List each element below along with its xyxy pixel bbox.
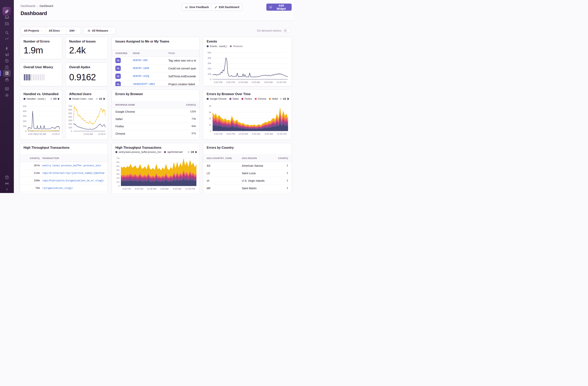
table-link[interactable]: /api/0/projects/{organization_id_or_slug… xyxy=(42,179,104,182)
table-row: 114m/api/0/internal/rpc/{service_name}/{… xyxy=(20,169,108,177)
legend-item[interactable]: /api/0/internal/r xyxy=(164,151,183,154)
pager-prev-icon[interactable] xyxy=(96,98,97,100)
collapse-sidebar-icon[interactable] xyxy=(5,187,9,192)
search-icon[interactable] xyxy=(5,31,9,35)
sentry-logo-icon[interactable] xyxy=(2,7,11,16)
column-header[interactable]: BROWSER.NAME xyxy=(115,104,178,106)
legend-item[interactable]: Mobile S xyxy=(269,97,278,100)
widget-handled-vs-unhandled[interactable]: Handled vs. Unhandled Handled : count( )… xyxy=(20,89,62,140)
widget-errors-by-browser[interactable]: Errors by Browser BROWSER.NAMECOUNT()Goo… xyxy=(112,89,200,140)
column-header[interactable]: ASSIGNEE xyxy=(115,52,130,54)
widget-overall-user-misery[interactable]: Overall User Misery xyxy=(20,63,62,86)
svg-text:400: 400 xyxy=(68,116,72,118)
legend-pager: 1/3 xyxy=(50,97,60,100)
legend-item[interactable]: Releases xyxy=(230,45,243,48)
widget-title: High Throughput Transactions xyxy=(115,146,197,150)
table-link[interactable]: SENTRY-32ZQ xyxy=(133,75,166,78)
legend-item[interactable]: sentry.tasks.process_buffer.process_incr xyxy=(115,151,161,154)
widget-high-throughput-transactions-table[interactable]: High Throughput Transactions COUNT()TRAN… xyxy=(20,143,108,193)
widget-high-throughput-transactions-chart[interactable]: High Throughput Transactions sentry.task… xyxy=(112,143,200,193)
replays-icon[interactable] xyxy=(5,59,9,63)
svg-text:8:00 AM: 8:00 AM xyxy=(264,81,273,83)
megaphone-icon xyxy=(185,6,188,9)
svg-text:1k: 1k xyxy=(209,124,211,126)
widget-number-of-errors[interactable]: Number of Errors 1.9m xyxy=(20,37,62,59)
table-link[interactable]: JAVASCRIPT-1BG2 xyxy=(133,83,166,86)
table-link[interactable]: /api/0/internal/rpc/{service_name}/{meth… xyxy=(42,172,104,175)
breadcrumb-dashboards-link[interactable]: Dashboards xyxy=(21,4,36,7)
table-link[interactable]: SENTRY-VD5 xyxy=(133,59,166,62)
megaphone-icon[interactable] xyxy=(5,52,9,57)
table-row: Mobile Safari33k xyxy=(112,137,200,140)
whats-new-icon[interactable] xyxy=(5,181,9,186)
widget-title: Errors by Country xyxy=(207,146,289,150)
widget-events[interactable]: Events Events : count( )Releases 010k20k… xyxy=(203,37,292,86)
project-filter[interactable]: All Projects xyxy=(21,27,45,34)
time-range-filter[interactable]: 24H xyxy=(66,27,81,34)
cell-text: Firefox xyxy=(115,125,178,128)
breadcrumb-chevron: › xyxy=(37,4,38,7)
legend-item[interactable]: Chrome xyxy=(255,97,266,100)
column-header[interactable]: ISSUE xyxy=(133,52,166,54)
release-filter[interactable]: All Releases xyxy=(84,27,115,34)
table-link[interactable]: /{organization_slug}/ xyxy=(42,187,104,190)
column-header[interactable]: GEO.COUNTRY_CODE xyxy=(207,157,239,159)
svg-text:6m: 6m xyxy=(116,161,120,163)
performance-icon[interactable] xyxy=(5,37,9,41)
column-header[interactable]: COUNT() xyxy=(180,104,196,106)
svg-text:700: 700 xyxy=(68,105,72,107)
chevron-down-icon xyxy=(110,30,111,32)
pager-prev-icon[interactable] xyxy=(188,151,189,153)
svg-text:12:00 AM: 12:00 AM xyxy=(238,133,248,135)
assignee-badge: TE xyxy=(115,66,121,71)
environment-filter[interactable]: All Envs xyxy=(45,27,66,34)
help-icon[interactable] xyxy=(5,175,9,180)
legend-dot xyxy=(255,98,257,100)
table-row xyxy=(203,192,292,193)
give-feedback-button[interactable]: Give Feedback xyxy=(182,3,212,11)
pager-prev-icon[interactable] xyxy=(280,98,281,100)
pager-next-icon[interactable] xyxy=(195,151,197,153)
assignee-badge: TE xyxy=(115,73,121,79)
column-header[interactable]: TITLE xyxy=(168,52,196,54)
legend-item[interactable]: Known Users : cour xyxy=(69,97,93,100)
widget-title: Overall Apdex xyxy=(69,66,105,69)
cell-text: Saint Lucia xyxy=(242,172,273,175)
legend-item[interactable]: Firefox xyxy=(241,97,252,100)
releases-icon[interactable] xyxy=(5,77,9,82)
widget-issues-assigned[interactable]: Issues Assigned to Me or My Teams ASSIGN… xyxy=(112,37,200,86)
table-link[interactable]: SENTRY-16H8 xyxy=(133,67,166,70)
on-demand-metrics-toggle[interactable] xyxy=(283,28,291,33)
edit-dashboard-button[interactable]: Edit Dashboard xyxy=(211,3,242,11)
pager-next-icon[interactable] xyxy=(288,98,289,100)
column-header[interactable]: COUNT() xyxy=(275,157,288,159)
projects-icon[interactable] xyxy=(5,21,9,26)
plus-circle-icon xyxy=(269,6,272,9)
pager-next-icon[interactable] xyxy=(58,98,60,100)
column-header[interactable]: COUNT() xyxy=(23,157,40,159)
stats-icon[interactable] xyxy=(5,87,9,91)
pager-next-icon[interactable] xyxy=(104,98,105,100)
table-link[interactable]: sentry.tasks.process_buffer.process_incr xyxy=(42,164,104,167)
widget-number-of-issues[interactable]: Number of Issues 2.4k xyxy=(65,37,108,59)
legend-item[interactable]: Handled : count( ) xyxy=(23,97,45,100)
alerts-icon[interactable] xyxy=(5,65,9,69)
column-header[interactable]: GEO.REGION xyxy=(242,157,273,159)
legend-item[interactable]: Events : count( ) xyxy=(207,45,227,48)
widget-errors-by-browser-over-time[interactable]: Errors by Browser Over Time Google Chrom… xyxy=(203,89,292,140)
count-value: 64k xyxy=(180,125,196,128)
widget-overall-apdex[interactable]: Overall Apdex 0.9162 xyxy=(65,63,108,86)
lightning-icon[interactable] xyxy=(5,46,9,51)
legend-item[interactable]: Google Chrome xyxy=(207,97,227,100)
legend-item[interactable]: Safari xyxy=(229,97,239,100)
cell-text: American Samoa xyxy=(242,164,273,167)
table-row: LCSaint Lucia1 xyxy=(203,169,292,177)
add-widget-button[interactable]: Add Widget xyxy=(266,3,292,11)
settings-icon[interactable] xyxy=(5,93,9,97)
widget-affected-users[interactable]: Affected Users Known Users : cour1/3 010… xyxy=(65,89,108,140)
pager-prev-icon[interactable] xyxy=(50,98,52,100)
column-header[interactable]: TRANSACTION xyxy=(42,157,104,159)
issues-icon[interactable] xyxy=(5,15,9,19)
widget-errors-by-country[interactable]: Errors by Country GEO.COUNTRY_CODEGEO.RE… xyxy=(203,143,292,193)
dashboards-icon[interactable] xyxy=(5,71,9,75)
